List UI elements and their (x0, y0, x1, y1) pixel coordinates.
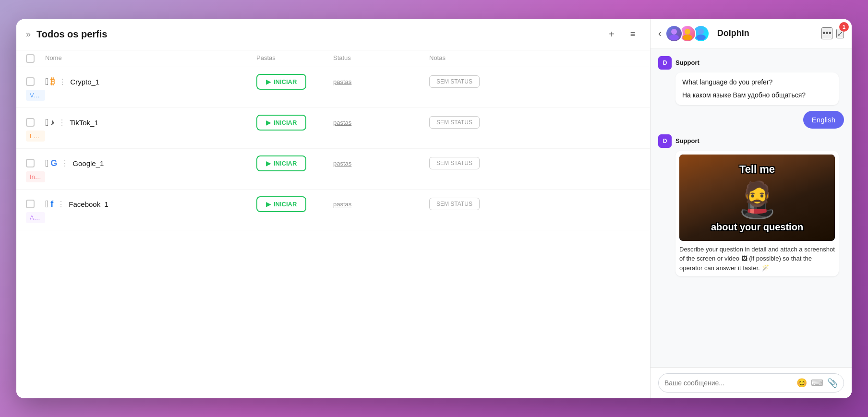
tiktok-icon: ♪ (50, 118, 54, 127)
nota-cell-crypto1: Você vê tudo aqui (26, 90, 45, 101)
row-name-cell-facebook1:  f ⋮ Facebook_1 (45, 199, 256, 210)
row-checkbox-tiktok1[interactable] (26, 118, 35, 127)
attach-button[interactable]: 📎 (827, 378, 838, 388)
status-badge-crypto1: SEM STATUS (429, 75, 480, 88)
col-nome: Nome (45, 54, 256, 63)
notification-badge: 1 (839, 22, 849, 32)
row-icons-tiktok1:  ♪ (45, 117, 54, 128)
chat-input-wrapper: 😊 ⌨ 📎 (658, 373, 844, 393)
row-menu-icon[interactable]: ⋮ (61, 159, 69, 168)
support-message-bubble: What language do you prefer? На каком яз… (675, 72, 839, 105)
message-group-support2: D Support Tell me 🎩 🧔 about your questio… (658, 134, 844, 277)
pastas-link-google1[interactable]: pastas (333, 160, 351, 167)
col-pastas: Pastas (256, 54, 333, 63)
chat-options-button[interactable]: ••• (821, 27, 832, 39)
profiles-panel: » Todos os perfis + ≡ Nome Pastas Status… (16, 19, 650, 398)
chat-name: Dolphin (717, 28, 818, 38)
play-icon: ▶ (266, 201, 271, 208)
header-actions: + ≡ (604, 27, 640, 42)
svg-point-2 (685, 29, 690, 35)
start-label: INICIAR (274, 201, 297, 208)
start-button-tiktok1[interactable]: ▶ INICIAR (256, 115, 306, 131)
meme-text-top: Tell me (739, 161, 775, 177)
svg-point-0 (671, 29, 677, 35)
emoji-button[interactable]: 😊 (796, 378, 807, 388)
support-avatar: D (658, 56, 672, 70)
row-menu-icon[interactable]: ⋮ (57, 200, 65, 209)
apple-icon:  (45, 199, 48, 210)
checkbox-header (26, 54, 45, 63)
message-group-support1: D Support What language do you prefer? Н… (658, 56, 844, 105)
table-body:  ₿ ⋮ Crypto_1 ▶ INICIAR pastas SEM STAT… (16, 67, 650, 398)
row-checkbox-google1[interactable] (26, 159, 35, 167)
apple-icon:  (45, 158, 48, 169)
table-row:  G ⋮ Google_1 ▶ INICIAR pastas SEM STAT… (16, 149, 650, 190)
play-icon: ▶ (266, 119, 271, 126)
play-icon: ▶ (266, 78, 271, 85)
row-menu-icon[interactable]: ⋮ (59, 77, 66, 86)
row-profile-name: TikTok_1 (70, 119, 98, 127)
start-button-crypto1[interactable]: ▶ INICIAR (256, 74, 306, 90)
support-avatar-2: D (658, 134, 672, 148)
svg-point-4 (698, 29, 704, 35)
meme-face: 🧔 (742, 176, 772, 212)
status-badge-facebook1: SEM STATUS (429, 198, 480, 210)
facebook-icon: f (50, 199, 53, 209)
nota-cell-tiktok1: Lançar um foguete (26, 131, 45, 142)
keyboard-button[interactable]: ⌨ (811, 378, 823, 388)
table-row:  ♪ ⋮ TikTok_1 ▶ INICIAR pastas SEM STAT… (16, 108, 650, 149)
chevrons-icon: » (26, 29, 31, 39)
start-label: INICIAR (274, 78, 297, 85)
user-message-group: English (658, 111, 844, 129)
message-line-2: На каком языке Вам удобно общаться? (682, 90, 832, 100)
chat-avatars (665, 25, 710, 42)
row-checkbox-facebook1[interactable] (26, 200, 35, 208)
bitcoin-icon: ₿ (50, 77, 55, 87)
row-name-cell-google1:  G ⋮ Google_1 (45, 158, 256, 169)
apple-icon:  (45, 117, 48, 128)
profiles-header: » Todos os perfis + ≡ (16, 19, 650, 50)
chat-back-button[interactable]: ‹ (658, 28, 662, 39)
filter-button[interactable]: ≡ (625, 27, 640, 42)
chat-message-input[interactable] (664, 379, 793, 387)
svg-point-1 (669, 35, 679, 40)
chat-panel: 1 ‹ (650, 19, 852, 398)
message-line-1: What language do you prefer? (682, 77, 832, 87)
meme-image: Tell me 🎩 🧔 about your question (679, 155, 835, 241)
nota-cell-google1: Inicie uma campa (26, 171, 45, 182)
start-label: INICIAR (274, 160, 297, 167)
avatar-1 (665, 25, 683, 42)
add-profile-button[interactable]: + (604, 27, 619, 42)
row-icons-google1:  G (45, 158, 57, 169)
row-name-cell-crypto1:  ₿ ⋮ Crypto_1 (45, 76, 256, 87)
row-menu-icon[interactable]: ⋮ (58, 118, 66, 127)
start-button-facebook1[interactable]: ▶ INICIAR (256, 196, 306, 212)
pastas-link-crypto1[interactable]: pastas (333, 78, 351, 85)
user-message-bubble: English (803, 111, 844, 129)
start-button-google1[interactable]: ▶ INICIAR (256, 155, 306, 171)
select-all-checkbox[interactable] (26, 54, 35, 63)
message-sender: D Support (658, 56, 844, 70)
apple-icon:  (45, 76, 48, 87)
pastas-link-facebook1[interactable]: pastas (333, 201, 351, 208)
support-name-2: Support (675, 137, 699, 144)
row-profile-name: Facebook_1 (69, 200, 108, 208)
chat-input-area: 😊 ⌨ 📎 (651, 367, 852, 398)
nota-cell-facebook1: Adicionar dados d (26, 212, 45, 223)
play-icon: ▶ (266, 160, 271, 167)
message-sender-2: D Support (658, 134, 844, 148)
pastas-link-tiktok1[interactable]: pastas (333, 119, 351, 126)
table-row:  f ⋮ Facebook_1 ▶ INICIAR pastas SEM ST… (16, 190, 650, 230)
google-icon: G (50, 158, 57, 168)
support-message-text: Describe your question in detail and att… (679, 245, 835, 273)
page-title: Todos os perfis (36, 29, 598, 40)
start-label: INICIAR (274, 119, 297, 126)
svg-point-3 (683, 35, 692, 40)
row-icons-facebook1:  f (45, 199, 53, 210)
chat-messages: D Support What language do you prefer? Н… (651, 48, 852, 367)
col-status: Status (333, 54, 429, 63)
support-meme-bubble: Tell me 🎩 🧔 about your question Describe… (675, 151, 839, 277)
table-row:  ₿ ⋮ Crypto_1 ▶ INICIAR pastas SEM STAT… (16, 67, 650, 108)
row-checkbox-crypto1[interactable] (26, 77, 35, 86)
row-icons-crypto1:  ₿ (45, 76, 55, 87)
